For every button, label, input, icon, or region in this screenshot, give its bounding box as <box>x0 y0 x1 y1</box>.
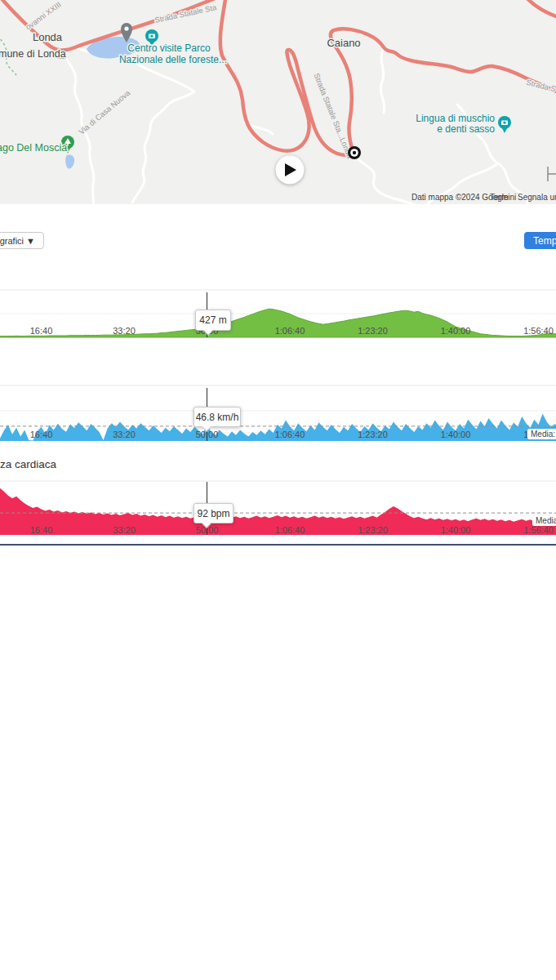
axis-tick-label: 1:40:00 <box>441 326 471 336</box>
current-position-marker <box>348 146 361 159</box>
axis-tick-label: 1:23:20 <box>358 525 388 535</box>
town-label-caiano: Caiano <box>327 37 360 49</box>
axis-tick-label: 1:06:40 <box>275 326 305 336</box>
comune-label: mune di Londa <box>0 48 66 60</box>
poi-lingua-line2: e denti sasso <box>437 123 495 135</box>
poi-centro-line1: Centro visite Parco <box>127 42 211 54</box>
charts-dropdown-button[interactable]: a grafici ▼ <box>0 232 44 249</box>
axis-tick-label: 33:20 <box>113 525 136 535</box>
axis-tick-label: 16:40 <box>30 326 53 336</box>
axis-tick-label: 1:06:40 <box>275 525 305 535</box>
town-label-londa: Londa <box>33 31 63 43</box>
tempo-toggle-button[interactable]: Tempo <box>524 232 556 249</box>
speed-average-label: Media: <box>527 429 556 439</box>
axis-tick-label: 1:40:00 <box>441 525 471 535</box>
poi-centro-line2: Nazionale delle foreste... <box>119 54 227 65</box>
elevation-tooltip: 427 m <box>195 310 231 331</box>
poi-lingua-line1: Lingua di muschio <box>416 113 495 124</box>
axis-tick-label: 16:40 <box>30 525 53 535</box>
map-canvas[interactable]: Londa Caiano mune di Londa Centro visite… <box>0 0 556 204</box>
heart-rate-tooltip: 92 bpm <box>193 503 234 523</box>
axis-tick-label: 33:20 <box>113 326 136 336</box>
activity-page: Londa Caiano mune di Londa Centro visite… <box>0 0 556 980</box>
axis-tick-label: 1:23:20 <box>358 326 388 336</box>
axis-tick-label: 1:56:40 <box>523 525 554 535</box>
axis-tick-label: 1:56:40 <box>523 326 554 336</box>
axis-tick-label: 1:06:40 <box>275 430 305 439</box>
speed-chart[interactable]: 16:4033:2050:001:06:401:23:201:40:001:56… <box>0 381 556 445</box>
axis-tick-label: 16:40 <box>30 430 53 439</box>
play-button[interactable] <box>276 156 305 185</box>
axis-tick-label: 1:40:00 <box>441 430 471 439</box>
elevation-chart[interactable]: 16:4033:2050:001:06:401:23:201:40:001:56… <box>0 286 556 343</box>
axis-tick-label: 1:23:20 <box>358 430 388 439</box>
map-report-link[interactable]: Segnala un <box>518 193 556 202</box>
section-divider <box>0 544 556 546</box>
heart-rate-chart-title: za cardiaca <box>0 458 56 470</box>
axis-tick-label: 33:20 <box>113 430 136 439</box>
poi-lago-label: ago Del Moscia <box>0 142 67 154</box>
heart-rate-chart[interactable]: 16:4033:2050:001:06:401:23:201:40:001:56… <box>0 478 556 539</box>
route-map[interactable]: Londa Caiano mune di Londa Centro visite… <box>0 0 556 204</box>
speed-tooltip: 46.8 km/h <box>193 407 241 427</box>
map-terms-link[interactable]: Termini <box>490 193 516 202</box>
heart-rate-average-label: Media <box>532 515 556 526</box>
